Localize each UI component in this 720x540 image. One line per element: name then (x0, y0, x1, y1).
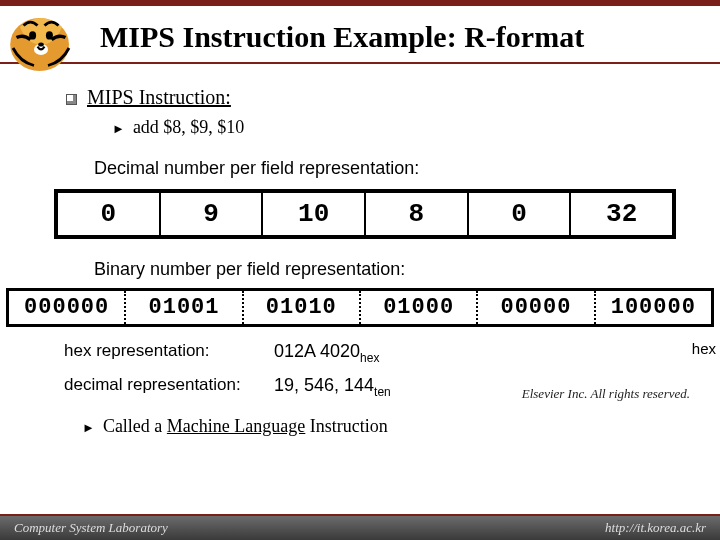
hex-subscript: hex (360, 351, 379, 365)
footer-bar: Computer System Laboratory http://it.kor… (0, 514, 720, 540)
field-cell: 10 (263, 193, 366, 235)
dec-subscript: ten (374, 384, 391, 398)
page-title: MIPS Instruction Example: R-format (100, 20, 584, 54)
bin-cell: 01000 (361, 291, 478, 324)
hex-repr-value: 012A 4020hex (274, 341, 379, 365)
field-cell: 9 (161, 193, 264, 235)
tiger-logo (0, 6, 82, 76)
instruction-text: add $8, $9, $10 (133, 117, 245, 137)
bin-cell: 01001 (126, 291, 243, 324)
field-cell: 32 (571, 193, 672, 235)
dec-repr-label: decimal representation: (64, 375, 274, 399)
bin-cell: 100000 (596, 291, 711, 324)
section-heading: MIPS Instruction: (66, 86, 700, 109)
content-area: MIPS Instruction: ►add $8, $9, $10 Decim… (0, 64, 720, 280)
bin-cell: 01010 (244, 291, 361, 324)
instruction-line: ►add $8, $9, $10 (112, 117, 700, 138)
dec-value-text: 19, 546, 144 (274, 375, 374, 395)
decimal-label: Decimal number per field representation: (94, 158, 700, 179)
svg-point-1 (29, 31, 36, 39)
machine-instruction-line: ►Called a Machine Language Instruction (82, 416, 720, 437)
svg-point-2 (46, 31, 53, 39)
copyright-text: Elsevier Inc. All rights reserved. (522, 386, 690, 402)
field-cell: 0 (469, 193, 572, 235)
machine-instruction-text: Called a Machine Language Instruction (103, 416, 388, 436)
footer-left: Computer System Laboratory (14, 520, 168, 536)
binary-label: Binary number per field representation: (94, 259, 700, 280)
title-bar: MIPS Instruction Example: R-format (0, 0, 720, 64)
section-text: MIPS Instruction: (87, 86, 231, 108)
arrow-bullet-icon: ► (82, 420, 95, 436)
field-cell: 8 (366, 193, 469, 235)
binary-field-table: 000000 01001 01010 01000 00000 100000 (6, 288, 714, 327)
square-bullet-icon (66, 94, 77, 105)
footer-right: http://it.korea.ac.kr (605, 520, 706, 536)
arrow-bullet-icon: ► (112, 121, 125, 137)
svg-point-4 (38, 42, 44, 46)
bin-cell: 000000 (9, 291, 126, 324)
bin-cell: 00000 (478, 291, 595, 324)
field-cell: 0 (58, 193, 161, 235)
hex-value-text: 012A 4020 (274, 341, 360, 361)
hex-repr-label: hex representation: (64, 341, 274, 365)
dec-repr-value: 19, 546, 144ten (274, 375, 391, 399)
decimal-field-table: 0 9 10 8 0 32 (54, 189, 676, 239)
hex-representation-row: hex representation: 012A 4020hex (64, 341, 720, 365)
hex-trail-label: hex (692, 340, 716, 357)
